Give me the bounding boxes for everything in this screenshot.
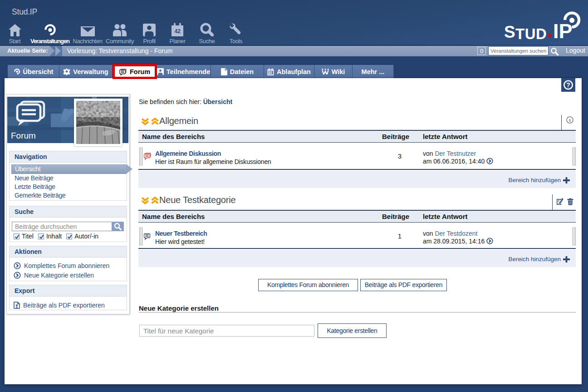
svg-text:?: ?	[566, 81, 570, 89]
svg-text:i: i	[569, 117, 570, 123]
svg-text:42: 42	[174, 28, 181, 35]
